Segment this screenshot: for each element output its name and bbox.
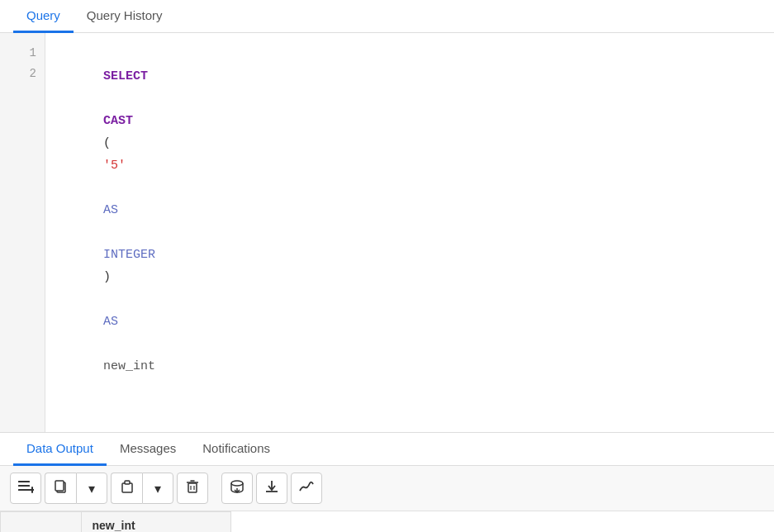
open-paren: ( [103,136,111,150]
save-db-icon [229,479,245,497]
svg-rect-0 [18,481,30,482]
paste-group: ▾ [111,473,173,504]
header-row-num [1,512,82,533]
save-db-button[interactable] [221,473,253,504]
output-tabs: Data Output Messages Notifications [0,433,774,466]
svg-point-14 [231,481,243,486]
col-name-new-int: new_int [92,519,135,532]
svg-rect-2 [18,489,30,491]
close-paren: ) [103,270,111,284]
keyword-cast: CAST [103,114,133,128]
add-rows-button[interactable] [10,473,41,504]
code-editor[interactable]: 1 2 SELECT CAST ( '5' AS INTEGER ) AS ne… [0,33,774,433]
string-value: '5' [103,159,126,173]
delete-icon [185,479,200,497]
header-new-int: new_int integer 🔒 [82,512,231,533]
chevron-down-icon: ▾ [88,481,95,496]
copy-icon [54,479,69,497]
editor-tabs: Query Query History [0,0,774,33]
delete-button[interactable] [177,473,208,504]
copy-button[interactable] [45,473,76,504]
add-rows-icon [17,479,34,497]
download-button[interactable] [256,473,287,504]
line-number-1: 1 [0,43,45,64]
space2 [103,181,111,195]
data-table: new_int integer 🔒 1 5 [0,511,231,532]
chevron-down-icon-2: ▾ [154,481,161,496]
space [103,92,111,106]
keyword-as-2: AS [103,315,118,329]
svg-rect-8 [125,481,130,484]
keyword-integer: INTEGER [103,248,155,262]
graph-icon [298,479,315,497]
line-number-2: 2 [0,64,45,84]
svg-rect-9 [188,483,197,492]
graph-button[interactable] [291,473,322,504]
line-numbers: 1 2 [0,33,45,432]
tab-query[interactable]: Query [13,0,74,33]
code-line-1: SELECT CAST ( '5' AS INTEGER ) AS new_in… [59,43,761,400]
keyword-as-1: AS [103,203,118,217]
table-header-row: new_int integer 🔒 [1,512,231,533]
data-table-wrapper: new_int integer 🔒 1 5 [0,511,774,532]
svg-rect-4 [29,489,34,491]
tab-notifications[interactable]: Notifications [189,433,283,466]
tab-messages[interactable]: Messages [107,433,189,466]
output-toolbar: ▾ ▾ [0,466,774,511]
copy-group: ▾ [45,473,107,504]
svg-rect-1 [18,485,30,487]
code-content[interactable]: SELECT CAST ( '5' AS INTEGER ) AS new_in… [45,33,774,432]
svg-rect-6 [55,481,64,491]
space3 [103,226,111,240]
space4 [103,292,111,306]
space5 [103,337,111,351]
copy-dropdown-button[interactable]: ▾ [76,473,107,504]
identifier-new-int: new_int [103,359,155,373]
paste-button[interactable] [111,473,142,504]
paste-icon [120,479,135,497]
code-line-2 [59,400,761,422]
keyword-select: SELECT [103,69,148,83]
download-icon [264,479,279,497]
tab-data-output[interactable]: Data Output [13,433,107,466]
paste-dropdown-button[interactable]: ▾ [142,473,173,504]
tab-query-history[interactable]: Query History [74,0,176,33]
